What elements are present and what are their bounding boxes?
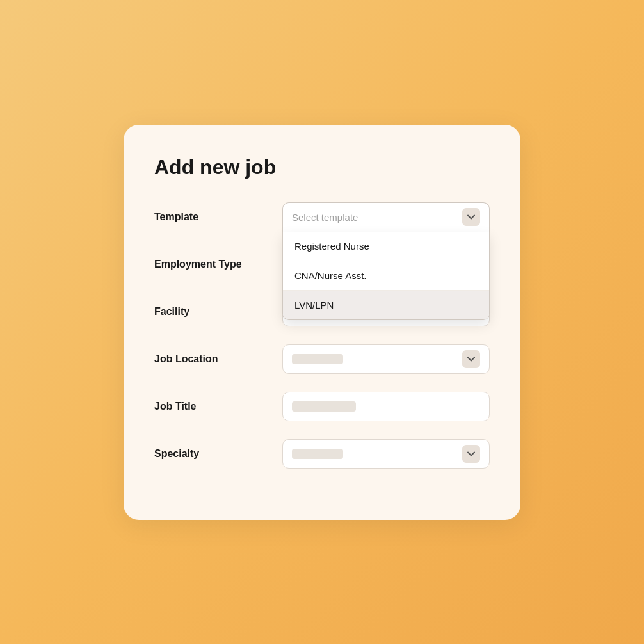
job-location-field <box>282 344 490 374</box>
specialty-field <box>282 439 490 469</box>
job-location-row: Job Location <box>154 344 490 374</box>
facility-label: Facility <box>154 306 282 318</box>
job-title-row: Job Title <box>154 392 490 421</box>
job-title-field <box>282 392 490 421</box>
specialty-row: Specialty <box>154 439 490 469</box>
job-title-label: Job Title <box>154 401 282 412</box>
add-new-job-card: Add new job Template Select template Reg… <box>124 125 520 520</box>
card-title: Add new job <box>154 156 490 179</box>
template-dropdown-trigger[interactable]: Select template <box>282 202 490 232</box>
job-location-chevron-icon[interactable] <box>462 350 480 368</box>
template-option-registered-nurse[interactable]: Registered Nurse <box>283 232 489 261</box>
specialty-dropdown[interactable] <box>282 439 490 469</box>
job-title-input[interactable] <box>282 392 490 421</box>
specialty-label: Specialty <box>154 448 282 460</box>
template-chevron-icon[interactable] <box>462 208 480 226</box>
employment-type-label: Employment Type <box>154 259 282 270</box>
template-row: Template Select template Registered Nurs… <box>154 202 490 232</box>
template-option-lvn-lpn[interactable]: LVN/LPN <box>283 291 489 319</box>
template-option-cna-nurse-asst[interactable]: CNA/Nurse Asst. <box>283 261 489 291</box>
job-location-placeholder-bar <box>292 354 343 364</box>
job-location-dropdown[interactable] <box>282 344 490 374</box>
template-placeholder-text: Select template <box>292 212 358 223</box>
template-field: Select template Registered Nurse CNA/Nur… <box>282 202 490 232</box>
template-dropdown-menu: Registered Nurse CNA/Nurse Asst. LVN/LPN <box>282 232 490 320</box>
job-title-placeholder-bar <box>292 401 356 412</box>
job-location-label: Job Location <box>154 353 282 365</box>
specialty-placeholder-bar <box>292 449 343 459</box>
specialty-chevron-icon[interactable] <box>462 445 480 463</box>
template-label: Template <box>154 211 282 223</box>
